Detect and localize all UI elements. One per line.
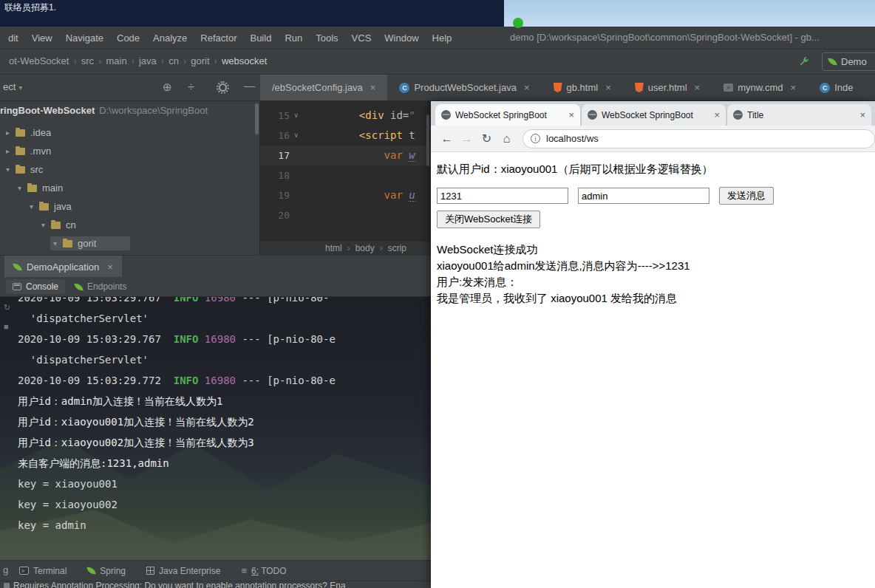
taskbar-window-label[interactable]: 联络员招募1. xyxy=(4,1,56,14)
line-number: 15 xyxy=(260,106,290,126)
menu-item-navigate[interactable]: Navigate xyxy=(59,33,110,44)
editor-tab[interactable]: /ebSocketConfig.java× xyxy=(260,75,387,100)
send-message-button[interactable]: 发送消息 xyxy=(719,187,774,205)
editor-tab[interactable]: user.html× xyxy=(623,75,712,100)
editor-tab[interactable]: CInde xyxy=(808,75,865,100)
tree-toggle-icon[interactable]: ▸ xyxy=(6,147,16,155)
browser-tab[interactable]: WebSocket SpringBoot× xyxy=(581,104,726,126)
breadcrumb-item[interactable]: gorit xyxy=(189,55,211,66)
menu-item-window[interactable]: Window xyxy=(378,33,425,44)
close-tab-icon[interactable]: × xyxy=(568,109,574,120)
close-run-tab-icon[interactable]: × xyxy=(107,261,113,273)
menu-item-vcs[interactable]: VCS xyxy=(345,33,378,44)
console-line: key = xiaoyou002 xyxy=(18,494,431,515)
editor-tab-label: Inde xyxy=(834,82,853,93)
code-editor[interactable]: 15∨ <div id="16∨ <script t17 var w1819 v… xyxy=(260,101,431,255)
run-tab[interactable]: DemoApplication × xyxy=(4,256,122,278)
close-tab-icon[interactable]: × xyxy=(791,82,797,93)
project-root-row[interactable]: ringBoot-WebSocketD:\workspace\SpringBoo… xyxy=(0,105,260,116)
tree-toggle-icon[interactable]: ▾ xyxy=(53,239,63,247)
tree-row-gorit[interactable]: ▾gorit xyxy=(0,234,259,253)
fold-arrow-icon[interactable]: ∨ xyxy=(294,106,298,126)
globe-favicon-icon xyxy=(588,110,597,120)
tool-button-spring[interactable]: Spring xyxy=(87,566,126,576)
tool-button-javaee[interactable]: Java Enterprise xyxy=(146,566,220,576)
menu-item-analyze[interactable]: Analyze xyxy=(146,33,194,44)
editor-scrollbar[interactable] xyxy=(426,114,429,166)
rerun-icon[interactable]: ↻ xyxy=(4,303,10,312)
run-config-selector[interactable]: Demo xyxy=(822,52,875,71)
close-websocket-button[interactable]: 关闭WebSocket连接 xyxy=(437,211,540,228)
close-tab-icon[interactable]: × xyxy=(714,109,720,120)
breadcrumb-item[interactable]: main xyxy=(104,55,128,66)
editor-breadcrumb-item[interactable]: scrip xyxy=(387,243,408,253)
menu-item-code[interactable]: Code xyxy=(110,33,146,44)
back-icon[interactable]: ← xyxy=(437,129,457,148)
settings-gear-icon[interactable] xyxy=(219,83,227,92)
close-tab-icon[interactable]: × xyxy=(605,82,611,93)
locate-file-icon[interactable]: ⊕ xyxy=(163,81,172,94)
menu-item-help[interactable]: Help xyxy=(426,33,459,44)
tab-endpoints[interactable]: Endpoints xyxy=(68,279,133,294)
status-message[interactable]: Requires Annotation Processing: Do you w… xyxy=(13,581,346,588)
fold-arrow-icon[interactable]: ∨ xyxy=(294,126,298,146)
close-tab-icon[interactable]: × xyxy=(695,82,701,93)
menu-item-view[interactable]: View xyxy=(25,33,59,44)
page-info-icon[interactable]: i xyxy=(531,134,540,143)
menu-item-tools[interactable]: Tools xyxy=(309,33,344,44)
project-scrollbar[interactable] xyxy=(255,103,259,134)
collapse-all-icon[interactable]: ÷ xyxy=(188,81,194,94)
target-user-input[interactable] xyxy=(578,188,709,204)
home-icon[interactable]: ⌂ xyxy=(497,129,517,148)
project-view-dropdown[interactable]: ect▾ xyxy=(3,81,22,92)
breadcrumb-item[interactable]: cn xyxy=(167,55,180,66)
taskbar-strip: 联络员招募1. xyxy=(0,0,875,27)
close-tab-icon[interactable]: × xyxy=(370,82,376,93)
menu-item-dit[interactable]: dit xyxy=(1,33,25,44)
reload-icon[interactable]: ↻ xyxy=(477,129,497,148)
stop-icon[interactable]: ■ xyxy=(4,322,9,331)
run-panel-header: DemoApplication × xyxy=(0,255,431,277)
tree-row-main[interactable]: ▾main xyxy=(0,179,259,197)
editor-tab[interactable]: gb.html× xyxy=(542,75,623,100)
console-panel[interactable]: ↻ ■ 2020-10-09 15:03:29.767 INFO 16980 -… xyxy=(0,297,431,560)
menu-item-build[interactable]: Build xyxy=(243,33,278,44)
tree-row-idea[interactable]: ▸.idea xyxy=(0,123,259,142)
tree-row-java[interactable]: ▾java xyxy=(0,197,259,216)
menu-item-refactor[interactable]: Refactor xyxy=(194,33,243,44)
tool-button-terminal[interactable]: Terminal xyxy=(19,566,67,576)
tool-button-todo[interactable]: ≡6: TODO xyxy=(241,565,286,576)
close-tab-icon[interactable]: × xyxy=(859,109,865,120)
build-wrench-icon[interactable] xyxy=(798,55,810,70)
tab-console[interactable]: Console xyxy=(6,279,65,294)
tree-toggle-icon[interactable]: ▾ xyxy=(6,165,16,174)
browser-tab[interactable]: WebSocket SpringBoot× xyxy=(435,104,580,126)
tree-row-cn[interactable]: ▾cn xyxy=(0,216,259,234)
breadcrumb-item[interactable]: java xyxy=(137,55,158,66)
tree-toggle-icon[interactable]: ▾ xyxy=(41,221,51,229)
tree-row-inner: ▸.mvn xyxy=(3,144,54,158)
close-tab-icon[interactable]: × xyxy=(524,82,530,93)
editor-breadcrumb-item[interactable]: html xyxy=(324,243,344,253)
tree-toggle-icon[interactable]: ▾ xyxy=(30,202,39,211)
tree-row-src[interactable]: ▾src xyxy=(0,160,259,179)
breadcrumb-item[interactable]: websocket xyxy=(220,55,268,66)
code-text: <script t xyxy=(303,126,415,146)
console-line: 'dispatcherServlet' xyxy=(18,308,431,329)
hide-panel-icon[interactable]: — xyxy=(244,79,255,92)
tree-toggle-icon[interactable]: ▾ xyxy=(18,184,27,192)
breadcrumb-item[interactable]: src xyxy=(80,55,95,66)
tree-toggle-icon[interactable]: ▸ xyxy=(6,129,16,137)
breadcrumb-item[interactable]: ot-WebSocket xyxy=(7,55,70,66)
message-input[interactable] xyxy=(437,188,568,204)
tool-button-label: Terminal xyxy=(33,566,67,576)
forward-icon[interactable]: → xyxy=(457,129,477,148)
editor-breadcrumb-item[interactable]: body xyxy=(354,243,376,253)
editor-tab[interactable]: >mynw.cmd× xyxy=(712,75,808,100)
breadcrumb-separator-icon: › xyxy=(376,243,387,253)
tree-row-mvn[interactable]: ▸.mvn xyxy=(0,142,259,160)
menu-item-run[interactable]: Run xyxy=(278,33,309,44)
editor-tab[interactable]: CProductWebSocket.java× xyxy=(387,75,541,100)
address-bar[interactable]: i localhost/ws xyxy=(522,129,875,148)
browser-tab[interactable]: Title× xyxy=(726,104,871,126)
